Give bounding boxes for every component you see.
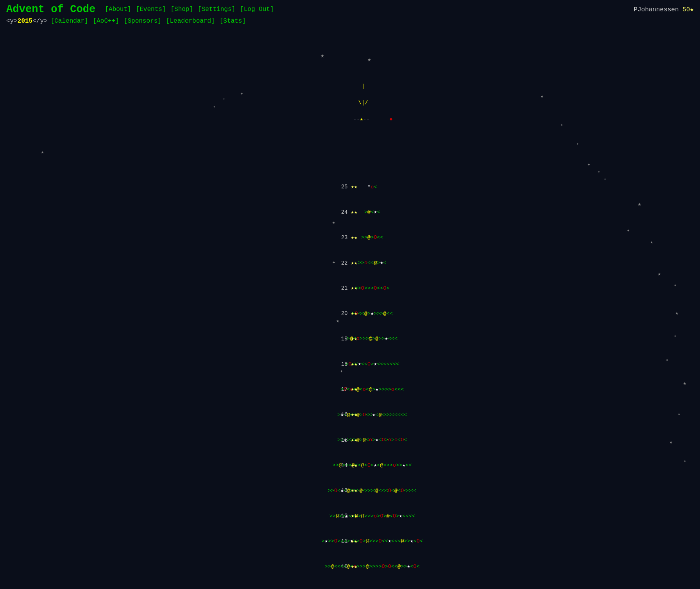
tree-row-24: >@<★< 24 ★★ <box>265 201 436 225</box>
tree-row-13: >>O<★<@>>>@<<<<@<<<O<@<O<<<< 13 ★★ <box>265 479 436 503</box>
tree-row-12: >>@>>★<<@>@>>>o>O>@<O>★<<<< 12 ★★ <box>265 504 436 529</box>
day-info-10: 10 ★★ <box>341 563 358 571</box>
day-stars-25: ★★ <box>351 183 358 192</box>
user-stars: 50★ <box>682 6 694 13</box>
day-num-12: 12 <box>341 512 348 521</box>
day-stars-16: ★★ <box>351 411 358 419</box>
user-info: PJohannessen 50★ <box>634 5 694 13</box>
day-info-23: 23 ★★ <box>341 234 358 242</box>
bg-star: ✦ <box>587 161 591 168</box>
day-stars-23: ★★ <box>351 234 358 242</box>
bg-star: ✦ <box>576 141 579 146</box>
day-info-20: 20 ★★ <box>341 310 358 318</box>
username: PJohannessen <box>634 6 679 13</box>
tree-row-11: >★>>O>>>>★>>O>@>>>O<<★<<<@>>★<O< 11 ★★ <box>265 529 436 554</box>
tree-row-15: >>★>>>@>@<o>★<O>o>o<O< 15 ★★ <box>265 428 436 453</box>
day-num-24: 24 <box>341 208 348 217</box>
day-info-16: 16 ★★ <box>341 411 358 419</box>
day-num-21: 21 <box>341 284 348 293</box>
day-info-19: 19 ★★ <box>341 335 358 344</box>
tree-row-10: >>@<<<<@<o>>>@>>>>O>O<<@>>★<O< 10 ★★ <box>265 555 436 579</box>
day-num-13: 13 <box>341 487 348 495</box>
bg-star: ✦ <box>560 122 563 128</box>
tree-topper-line2: \|/ <box>335 100 391 106</box>
day-info-12: 12 ★★ <box>341 512 358 521</box>
day-info-11: 11 ★★ <box>341 537 358 546</box>
tree-topper-line1: | <box>335 83 391 90</box>
nav-settings[interactable]: [Settings] <box>198 6 235 13</box>
bg-star: ✦ <box>674 282 677 288</box>
day-stars-22: ★★ <box>351 259 358 268</box>
nav-events[interactable]: [Events] <box>136 6 166 13</box>
day-num-14: 14 <box>341 462 348 470</box>
bg-star: ★ <box>658 270 661 277</box>
day-stars-14: ★★ <box>351 462 358 470</box>
day-stars-11: ★★ <box>351 537 358 546</box>
subnav-aocpp[interactable]: [AoC++] <box>93 18 119 25</box>
day-stars-13: ★★ <box>351 487 358 495</box>
year-tag: <y>2015</y> <box>6 18 48 25</box>
day-stars-12: ★★ <box>351 512 358 521</box>
day-num-25: 25 <box>341 183 348 192</box>
subnav-sponsors[interactable]: [Sponsors] <box>124 18 161 25</box>
christmas-tree: | \|/ --★-- ● *o< 25 <box>265 44 436 589</box>
site-header: Advent of Code [About] [Events] [Shop] [… <box>0 0 700 28</box>
bg-star: ★ <box>675 310 679 316</box>
day-num-23: 23 <box>341 234 348 242</box>
tree-row-14: >>@>>>@<<@<O<★<@>>>o>>★<< 14 ★★ <box>265 453 436 478</box>
bg-star: ✦ <box>684 458 686 464</box>
day-num-18: 18 <box>341 360 348 369</box>
day-stars-17: ★★ <box>351 385 358 394</box>
day-num-19: 19 <box>341 335 348 344</box>
tree-row-9: >>@<<<<@<o>>>@>>>>O>O<<@>o<★< 9 ★★ <box>265 580 436 589</box>
bg-star: ✦ <box>678 411 680 417</box>
day-stars-10: ★★ <box>351 563 358 571</box>
bg-star: ✦ <box>604 177 606 181</box>
tree-row-17: >O<o<@<o<@>★>>>>o<<< 17 ★★ <box>265 378 436 402</box>
day-num-10: 10 <box>341 563 348 571</box>
day-info-14: 14 ★★ <box>341 462 358 470</box>
day-stars-20: ★★ <box>351 310 358 318</box>
bg-star: ★ <box>41 149 44 155</box>
nav-shop[interactable]: [Shop] <box>170 6 193 13</box>
day-info-18: 18 ★★ <box>341 360 358 369</box>
subnav-stats[interactable]: [Stats] <box>220 18 246 25</box>
tree-row-16: >★<@<<@>O<<★<@<<<<<<<< 16 ★★ <box>265 403 436 428</box>
day-stars-18: ★★ <box>351 360 358 369</box>
bg-star: ✦ <box>666 356 669 363</box>
tree-row-23: >>@>O<< 23 ★★ <box>265 226 436 250</box>
day-num-16: 16 <box>341 411 348 419</box>
day-info-17: 17 ★★ <box>341 385 358 394</box>
bg-star: ✦ <box>627 227 630 233</box>
bg-star: ★ <box>637 200 641 208</box>
subnav-leaderboard[interactable]: [Leaderboard] <box>166 18 215 25</box>
bg-star: ★ <box>650 239 653 245</box>
bg-star: ✦ <box>674 333 677 339</box>
tree-topper-dashes: -- <box>333 116 360 122</box>
bg-star: ★ <box>670 439 673 445</box>
day-num-22: 22 <box>341 259 348 268</box>
site-title[interactable]: Advent of Code <box>6 3 95 15</box>
tree-row-19: >@<o>>>@>@>>★<<< 19 ★★ <box>265 327 436 351</box>
day-stars-24: ★★ <box>351 208 358 217</box>
day-num-11: 11 <box>341 537 348 546</box>
day-num-17: 17 <box>341 385 348 394</box>
day-stars-19: ★★ <box>351 335 358 344</box>
tree-row-20: >O<<@>★>>>@<< 20 ★★ <box>265 302 436 326</box>
day-stars-21: ★★ <box>351 284 358 293</box>
day-num-15: 15 <box>341 436 348 445</box>
tree-wrapper: | \|/ --★-- ● *o< 25 <box>174 36 526 589</box>
day-info-13: 13 ★★ <box>341 487 358 495</box>
day-info-24: 24 ★★ <box>341 208 358 217</box>
tree-row-21: >>O>>>O<<O< 21 ★★ <box>265 276 436 301</box>
nav-logout[interactable]: [Log Out] <box>240 6 274 13</box>
day-num-20: 20 <box>341 310 348 318</box>
day-info-22: 22 ★★ <box>341 259 358 268</box>
tree-row-18: >O<<★<<O>★<<<<<<< 18 ★★ <box>265 352 436 377</box>
tree-row-25: *o< 25 ★★ <box>265 175 436 200</box>
main-content: ★ ★ ✦ ✦ ✦ ★ ✦ ✦ ★ ✦ ✦ ✦ ★ ✦ ★ ✦ ★ ★ ✦ ★ … <box>0 28 700 589</box>
day-info-21: 21 ★★ <box>341 284 358 293</box>
nav-about[interactable]: [About] <box>105 6 131 13</box>
day-info-25: 25 ★★ <box>341 183 358 192</box>
subnav-calendar[interactable]: [Calendar] <box>51 18 88 25</box>
